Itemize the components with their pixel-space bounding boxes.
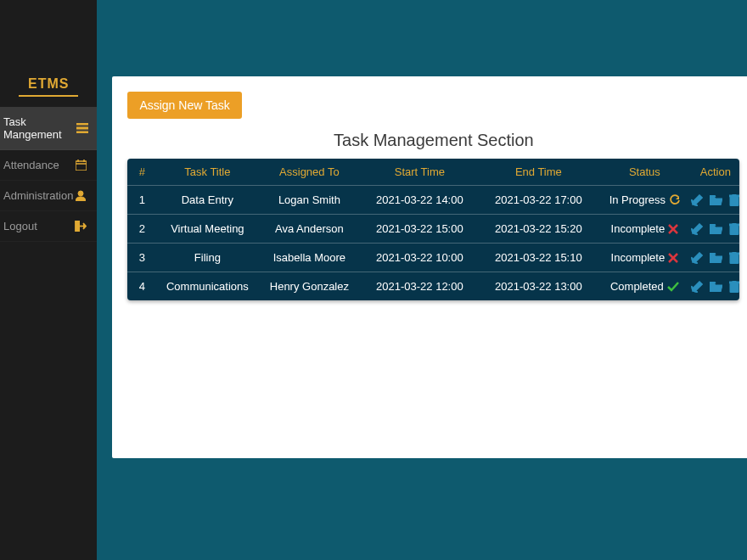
- user-icon: [73, 190, 88, 202]
- cell-status: Incomplete: [598, 222, 691, 235]
- svg-rect-15: [733, 223, 736, 225]
- cell-status: Incomplete: [598, 251, 691, 264]
- cell-start: 2021-03-22 15:00: [360, 222, 479, 235]
- sidebar-item-logout[interactable]: Logout: [0, 211, 97, 242]
- sidebar-nav: Task Mangement Attendance Administration…: [0, 107, 97, 242]
- status-text: Incomplete: [611, 251, 666, 264]
- trash-icon[interactable]: [729, 194, 739, 206]
- sidebar-item-attendance[interactable]: Attendance: [0, 150, 97, 181]
- svg-rect-2: [76, 132, 88, 133]
- cell-idx: 4: [127, 280, 156, 293]
- cell-idx: 3: [127, 251, 156, 264]
- svg-point-7: [78, 191, 83, 196]
- check-icon: [667, 282, 679, 292]
- svg-rect-10: [733, 194, 736, 196]
- table-row: 4CommunicationsHenry Gonzalez2021-03-22 …: [127, 272, 739, 300]
- cell-assigned: Ava Anderson: [258, 222, 360, 235]
- svg-rect-8: [730, 197, 739, 206]
- edit-icon[interactable]: [691, 223, 703, 235]
- col-status: Status: [598, 165, 691, 178]
- svg-rect-13: [730, 226, 739, 235]
- cell-status: In Progress: [598, 193, 691, 206]
- cross-icon: [668, 224, 678, 234]
- col-end: End Time: [479, 165, 598, 178]
- cross-icon: [668, 253, 678, 263]
- folder-icon[interactable]: [710, 253, 722, 263]
- svg-rect-1: [76, 127, 88, 129]
- table-row: 1Data EntryLogan Smith2021-03-22 14:0020…: [127, 186, 739, 215]
- sidebar-item-task-management[interactable]: Task Mangement: [0, 107, 97, 150]
- cell-end: 2021-03-22 15:10: [479, 251, 598, 264]
- cell-end: 2021-03-22 13:00: [479, 280, 598, 293]
- svg-rect-20: [733, 252, 736, 254]
- col-title: Task Title: [156, 165, 258, 178]
- cell-assigned: Henry Gonzalez: [258, 280, 360, 293]
- cell-action: [691, 194, 739, 206]
- cell-title: Filing: [156, 251, 258, 264]
- list-icon: [76, 122, 88, 134]
- folder-icon[interactable]: [710, 195, 722, 205]
- task-table: # Task Title Assigned To Start Time End …: [127, 159, 739, 300]
- trash-icon[interactable]: [729, 281, 739, 293]
- edit-icon[interactable]: [691, 194, 703, 206]
- cell-start: 2021-03-22 12:00: [360, 280, 479, 293]
- cell-action: [691, 252, 739, 264]
- svg-rect-0: [76, 123, 88, 125]
- cell-title: Data Entry: [156, 193, 258, 206]
- folder-icon[interactable]: [710, 224, 722, 234]
- col-assigned: Assigned To: [258, 165, 360, 178]
- table-row: 3FilingIsabella Moore2021-03-22 10:00202…: [127, 244, 739, 272]
- cell-action: [691, 223, 739, 235]
- cell-end: 2021-03-22 15:20: [479, 222, 598, 235]
- cell-start: 2021-03-22 14:00: [360, 193, 479, 206]
- sidebar-item-label: Attendance: [3, 159, 59, 171]
- svg-rect-3: [76, 161, 87, 171]
- col-start: Start Time: [360, 165, 479, 178]
- cell-title: Communications: [156, 280, 258, 293]
- sidebar: ETMS Task Mangement Attendance Administr…: [0, 0, 97, 560]
- cell-start: 2021-03-22 10:00: [360, 251, 479, 264]
- status-text: Incomplete: [611, 222, 666, 235]
- cell-idx: 2: [127, 222, 156, 235]
- sidebar-item-label: Task Mangement: [3, 115, 76, 141]
- sidebar-item-administration[interactable]: Administration: [0, 181, 97, 211]
- cell-idx: 1: [127, 193, 156, 206]
- calendar-icon: [73, 160, 88, 171]
- cell-end: 2021-03-22 17:00: [479, 193, 598, 206]
- cell-status: Completed: [598, 280, 691, 293]
- cell-assigned: Logan Smith: [258, 193, 360, 206]
- table-header: # Task Title Assigned To Start Time End …: [127, 159, 739, 186]
- svg-rect-18: [730, 255, 739, 264]
- edit-icon[interactable]: [691, 281, 703, 293]
- assign-new-task-button[interactable]: Assign New Task: [127, 92, 241, 119]
- cell-title: Virtual Meeting: [156, 222, 258, 235]
- brand-label: ETMS: [0, 76, 97, 92]
- main-content: Assign New Task Task Management Section …: [97, 0, 747, 560]
- col-action: Action: [691, 165, 739, 178]
- sidebar-item-label: Logout: [3, 220, 37, 232]
- brand: ETMS: [0, 76, 97, 97]
- task-card: Assign New Task Task Management Section …: [112, 76, 747, 458]
- folder-icon[interactable]: [710, 282, 722, 292]
- cell-action: [691, 281, 739, 293]
- table-row: 2Virtual MeetingAva Anderson2021-03-22 1…: [127, 215, 739, 244]
- section-title: Task Management Section: [127, 131, 739, 150]
- col-idx: #: [127, 165, 156, 178]
- cell-assigned: Isabella Moore: [258, 251, 360, 264]
- svg-rect-23: [733, 281, 736, 283]
- status-text: Completed: [610, 280, 664, 293]
- status-text: In Progress: [609, 193, 666, 206]
- refresh-icon: [669, 194, 680, 205]
- trash-icon[interactable]: [729, 223, 739, 235]
- logout-icon: [73, 221, 88, 232]
- sidebar-item-label: Administration: [3, 189, 73, 202]
- brand-underline: [19, 95, 78, 97]
- svg-rect-21: [730, 283, 739, 293]
- edit-icon[interactable]: [691, 252, 703, 264]
- trash-icon[interactable]: [729, 252, 739, 264]
